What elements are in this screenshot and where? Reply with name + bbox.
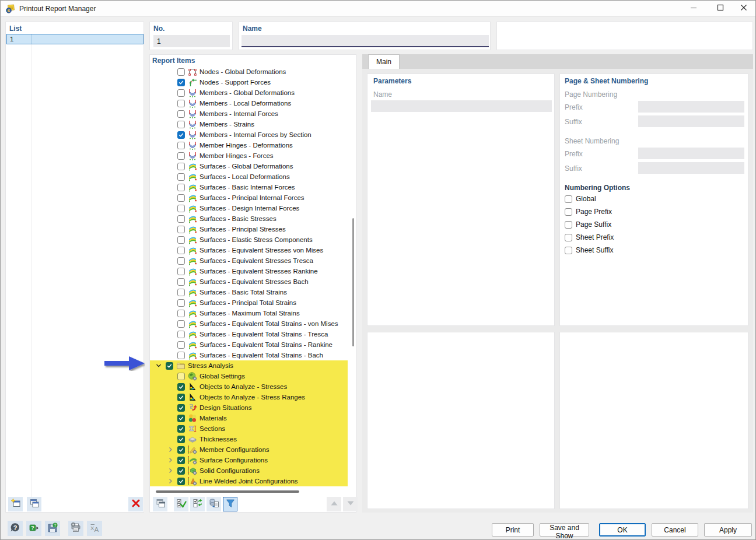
report-item-checkbox[interactable] xyxy=(177,331,185,338)
report-item-checkbox[interactable] xyxy=(177,236,185,244)
report-item-checkbox[interactable] xyxy=(177,310,185,317)
select-all-button[interactable] xyxy=(174,497,188,511)
report-item-row[interactable]: Surfaces - Maximum Total Strains xyxy=(150,308,348,318)
report-item-row[interactable]: Surfaces - Equivalent Total Strains - vo… xyxy=(150,318,348,329)
numbering-option-checkbox[interactable] xyxy=(565,195,572,203)
report-item-row[interactable]: Solid Configurations xyxy=(150,465,348,476)
report-item-checkbox[interactable] xyxy=(177,257,185,265)
report-item-row[interactable]: Surfaces - Equivalent Stresses Bach xyxy=(150,276,348,287)
report-item-row[interactable]: Members - Local Deformations xyxy=(150,98,348,108)
report-item-row[interactable]: Surfaces - Principal Total Strains xyxy=(150,297,348,308)
report-item-checkbox[interactable] xyxy=(177,121,185,128)
numbering-option-checkbox[interactable] xyxy=(565,234,572,241)
report-item-checkbox[interactable] xyxy=(177,163,185,170)
report-item-checkbox[interactable] xyxy=(177,173,185,181)
report-item-checkbox[interactable] xyxy=(177,394,185,401)
report-item-checkbox[interactable] xyxy=(177,467,185,475)
help-button[interactable]: ? xyxy=(8,521,23,536)
print-settings-button[interactable] xyxy=(68,521,83,536)
report-item-checkbox[interactable] xyxy=(177,79,185,86)
report-item-checkbox[interactable] xyxy=(177,352,185,359)
chevron-right-icon[interactable] xyxy=(164,478,176,484)
save-as-default-button[interactable]: ? xyxy=(45,521,60,536)
report-item-checkbox[interactable] xyxy=(177,478,185,485)
report-number-input[interactable] xyxy=(153,35,230,47)
minimize-button[interactable] xyxy=(681,1,706,16)
chevron-down-icon[interactable] xyxy=(153,363,164,369)
copy-items-button[interactable] xyxy=(153,497,167,511)
report-item-row[interactable]: Surfaces - Principal Internal Forces xyxy=(150,192,348,203)
report-item-checkbox[interactable] xyxy=(177,289,185,296)
report-item-row[interactable]: Sections xyxy=(150,423,348,434)
report-item-checkbox[interactable] xyxy=(177,383,185,391)
report-item-row[interactable]: Surfaces - Equivalent Stresses Tresca xyxy=(150,255,348,266)
maximize-button[interactable] xyxy=(708,1,733,16)
report-item-row[interactable]: Surfaces - Basic Stresses xyxy=(150,213,348,224)
report-item-checkbox[interactable] xyxy=(177,457,185,464)
report-item-row[interactable]: Member Configurations xyxy=(150,444,348,455)
report-item-checkbox[interactable] xyxy=(177,320,185,328)
report-item-checkbox[interactable] xyxy=(177,446,185,454)
tab-main[interactable]: Main xyxy=(368,54,400,69)
cancel-button[interactable]: Cancel xyxy=(652,523,698,537)
report-item-checkbox[interactable] xyxy=(177,373,185,380)
chevron-right-icon[interactable] xyxy=(164,447,176,453)
report-item-checkbox[interactable] xyxy=(166,362,173,370)
filter-button[interactable] xyxy=(223,497,237,511)
report-item-checkbox[interactable] xyxy=(177,341,185,349)
report-item-row[interactable]: Thicknesses xyxy=(150,434,348,444)
report-item-row[interactable]: Surfaces - Equivalent Total Strains - Ba… xyxy=(150,350,348,360)
report-name-input[interactable] xyxy=(242,35,489,47)
report-item-checkbox[interactable] xyxy=(177,184,185,191)
report-item-row[interactable]: Members - Internal Forces by Section xyxy=(150,129,348,140)
report-item-row[interactable]: Objects to Analyze - Stresses xyxy=(150,381,348,392)
report-item-row[interactable]: Surfaces - Equivalent Stresses Rankine xyxy=(150,266,348,276)
report-item-row[interactable]: Nodes - Global Deformations xyxy=(150,66,348,77)
move-down-button[interactable] xyxy=(343,497,358,511)
report-item-row[interactable]: Members - Global Deformations xyxy=(150,87,348,98)
report-item-checkbox[interactable] xyxy=(177,89,185,97)
report-item-row[interactable]: Surfaces - Equivalent Stresses von Mises xyxy=(150,245,348,255)
list-row[interactable]: 1 xyxy=(6,34,144,44)
delete-report-button[interactable] xyxy=(128,497,143,511)
report-item-row[interactable]: Design Situations xyxy=(150,402,348,413)
report-item-checkbox[interactable] xyxy=(177,299,185,307)
report-item-row[interactable]: Materials xyxy=(150,413,348,423)
report-item-row[interactable]: Surfaces - Local Deformations xyxy=(150,171,348,182)
numbering-option-checkbox[interactable] xyxy=(565,247,572,254)
toggle-selection-button[interactable] xyxy=(190,497,205,511)
report-item-row[interactable]: Objects to Analyze - Stress Ranges xyxy=(150,392,348,402)
report-item-row[interactable]: Surfaces - Elastic Stress Components xyxy=(150,234,348,245)
report-item-row[interactable]: Global Settings xyxy=(150,371,348,381)
report-item-row[interactable]: Surface Configurations xyxy=(150,455,348,465)
report-item-row[interactable]: Member Hinges - Deformations xyxy=(150,140,348,150)
copy-report-button[interactable] xyxy=(27,497,41,511)
chevron-right-icon[interactable] xyxy=(164,457,176,463)
numbering-option-checkbox[interactable] xyxy=(565,208,572,216)
report-item-checkbox[interactable] xyxy=(177,247,185,254)
report-item-row[interactable]: Members - Strains xyxy=(150,119,348,129)
horizontal-scrollbar[interactable] xyxy=(156,490,299,493)
apply-button[interactable]: Apply xyxy=(704,523,752,537)
report-item-checkbox[interactable] xyxy=(177,404,185,412)
report-item-checkbox[interactable] xyxy=(177,68,185,76)
new-report-button[interactable] xyxy=(8,497,23,511)
report-item-checkbox[interactable] xyxy=(177,142,185,149)
report-item-row[interactable]: Surfaces - Design Internal Forces xyxy=(150,203,348,213)
report-item-checkbox[interactable] xyxy=(177,100,185,107)
report-item-checkbox[interactable] xyxy=(177,205,185,212)
report-item-checkbox[interactable] xyxy=(177,194,185,202)
report-item-checkbox[interactable] xyxy=(177,268,185,275)
report-item-checkbox[interactable] xyxy=(177,215,185,223)
report-item-row[interactable]: Surfaces - Equivalent Total Strains - Tr… xyxy=(150,329,348,339)
print-button[interactable]: Print xyxy=(492,523,534,537)
report-item-checkbox[interactable] xyxy=(177,278,185,286)
vertical-scrollbar[interactable] xyxy=(352,218,354,346)
language-button[interactable]: XA xyxy=(87,521,102,536)
report-item-row[interactable]: Line Welded Joint Configurations xyxy=(150,476,348,486)
report-item-row[interactable]: Surfaces - Global Deformations xyxy=(150,161,348,171)
report-item-checkbox[interactable] xyxy=(177,436,185,443)
report-item-checkbox[interactable] xyxy=(177,110,185,118)
report-item-row[interactable]: Nodes - Support Forces xyxy=(150,77,348,87)
report-item-row[interactable]: Surfaces - Principal Stresses xyxy=(150,224,348,234)
